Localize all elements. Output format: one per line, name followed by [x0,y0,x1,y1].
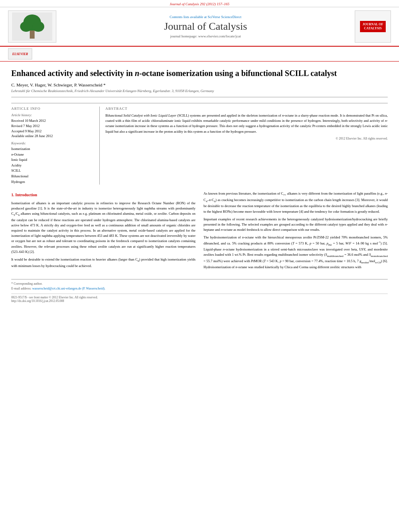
license-bar: 0021-9517/$ - see front matter © 2012 El… [11,294,388,303]
journal-center: Contents lists available at SciVerse Sci… [56,15,355,38]
authors-line: C. Meyer, V. Hager, W. Schwieger, P. Was… [11,82,388,87]
top-bar: Journal of Catalysis 292 (2012) 157–165 [0,0,399,7]
intro-heading: 1. Introduction [11,192,195,198]
keyword-acidity: Acidity [11,163,94,168]
keyword-hydrogen: Hydrogen [11,179,94,185]
svg-point-4 [32,21,44,32]
elsevier-bar: ELSEVIER [0,47,399,62]
intro-para-2: It would be desirable to extend the isom… [11,257,195,269]
article-info-col: ARTICLE INFO Article history: Received 1… [11,107,100,185]
email-note: E-mail address: wasserscheid@crt.chi.uni… [11,287,388,290]
sciverse-line: Contents lists available at SciVerse Sci… [56,15,355,19]
copyright-line: © 2012 Elsevier Inc. All rights reserved… [105,137,388,140]
body-col-right: As known from previous literature, the i… [204,191,388,272]
right-logo: JOURNAL OF CATALYSIS [355,10,391,43]
body-col-left: 1. Introduction Isomerization of alkanes… [11,191,195,272]
info-abstract-section: ARTICLE INFO Article history: Received 1… [11,103,388,185]
keyword-bifunctional: Bifunctional [11,174,94,179]
sciverse-link[interactable]: SciVerse ScienceDirect [208,15,241,19]
keyword-isomerization: Isomerization [11,146,94,152]
available-date: Available online 28 June 2012 [11,134,94,139]
svg-point-3 [20,21,32,32]
right-para-1: As known from previous literature, the i… [204,191,388,214]
article-info-title: ARTICLE INFO [11,107,94,111]
keywords-list: Isomerization n-Octane Ionic liquid Acid… [11,146,94,185]
email-link[interactable]: wasserscheid@crt.chi.uni-erlangen.de (P.… [32,287,105,290]
abstract-title: ABSTRACT [105,107,388,111]
journal-title: Journal of Catalysis [56,21,355,33]
keyword-ionic-liquid: Ionic liquid [11,157,94,163]
abstract-text: Bifunctional Solid Catalyst with Ionic L… [105,113,388,134]
keyword-noctane: n-Octane [11,152,94,158]
right-para-2: Important examples of recent research ac… [204,217,388,233]
keywords-label: Keywords: [11,141,94,145]
left-logo-image [8,10,56,43]
received-date: Received 10 March 2012 [11,118,94,123]
journal-header: Contents lists available at SciVerse Sci… [0,7,399,47]
right-para-3: The hydroisomerization of n-octane with … [204,235,388,270]
article-content: Enhanced activity and selectivity in n-o… [0,62,399,309]
right-logo-text: JOURNAL OF CATALYSIS [360,21,385,33]
homepage-url: journal homepage: www.elsevier.com/locat… [56,34,355,38]
body-columns: 1. Introduction Isomerization of alkanes… [11,191,388,272]
article-history-label: Article history: [11,113,94,117]
license-text: 0021-9517/$ - see front matter © 2012 El… [11,296,388,299]
intro-para-1: Isomerization of alkanes is an important… [11,201,195,255]
article-title: Enhanced activity and selectivity in n-o… [11,68,388,78]
doi-text: http://dx.doi.org/10.1016/j.jcat.2012.05… [11,299,388,303]
keyword-scill: SCILL [11,168,94,174]
elsevier-logo-box: ELSEVIER [8,48,32,60]
accepted-date: Accepted 9 May 2012 [11,129,94,134]
journal-reference: Journal of Catalysis 292 (2012) 157–165 [170,2,230,6]
affiliation-line: Lehrstuhl für Chemische Reaktionstechnik… [11,89,388,97]
footnote-section: * Corresponding author. E-mail address: … [11,279,388,290]
elsevier-logo: ELSEVIER [8,48,32,60]
corresponding-author-note: * Corresponding author. [11,282,388,286]
revised-date: Revised 7 May 2012 [11,123,94,129]
abstract-col: ABSTRACT Bifunctional Solid Catalyst wit… [100,107,388,185]
